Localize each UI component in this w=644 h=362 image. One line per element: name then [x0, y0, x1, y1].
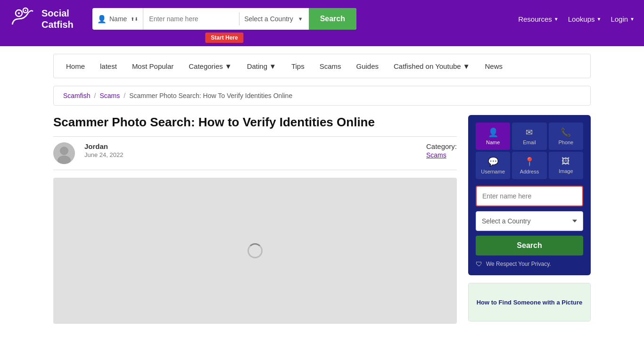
chevron-down-icon: ▼	[269, 62, 276, 70]
header-spacer	[0, 38, 644, 46]
chevron-down-icon: ▼	[225, 62, 232, 70]
subnav-home[interactable]: Home	[58, 54, 92, 78]
article-title: Scammer Photo Search: How to Verify Iden…	[53, 115, 457, 130]
category-info: Category: Scams	[426, 142, 457, 159]
logo[interactable]: Social Catfish	[9, 5, 85, 33]
resources-label: Resources	[518, 15, 552, 23]
loading-spinner	[248, 243, 263, 258]
person-icon: 👤	[97, 15, 107, 24]
logo-icon	[9, 5, 38, 33]
widget-tab-email[interactable]: ✉ Email	[512, 123, 546, 150]
search-type-label: Name	[109, 15, 127, 23]
main-wrapper: Scammer Photo Search: How to Verify Iden…	[53, 115, 591, 343]
subnav-dating[interactable]: Dating ▼	[239, 54, 284, 78]
header-country-dropdown[interactable]: Select a Country ▼	[239, 8, 307, 30]
phone-icon: 📞	[561, 127, 571, 138]
subnav-scams[interactable]: Scams	[312, 54, 349, 78]
search-type-dropdown[interactable]: 👤 Name ⬆⬇	[92, 8, 143, 30]
header-nav: Resources ▼ Lookups ▼ Login ▼	[518, 15, 635, 23]
svg-point-5	[60, 147, 68, 155]
chevron-down-icon: ▼	[298, 16, 303, 22]
svg-point-2	[18, 12, 20, 14]
header-name-input[interactable]	[143, 8, 239, 30]
tab-username-label: Username	[481, 169, 505, 174]
subnav-news[interactable]: News	[478, 54, 511, 78]
widget-name-input[interactable]	[476, 186, 583, 206]
lookups-label: Lookups	[568, 15, 595, 23]
username-icon: 💬	[488, 156, 498, 167]
chevron-down-icon: ▼	[554, 16, 559, 22]
tab-address-label: Address	[520, 169, 539, 174]
widget-tab-phone[interactable]: 📞 Phone	[549, 123, 583, 150]
sidebar-promo[interactable]: How to Find Someone with a Picture	[468, 283, 591, 321]
author-date: June 24, 2022	[84, 151, 123, 158]
chevron-down-icon: ▼	[630, 16, 635, 22]
privacy-text: We Respect Your Privacy.	[486, 261, 551, 267]
breadcrumb-sep-1: /	[94, 92, 96, 99]
email-icon: ✉	[526, 127, 533, 138]
sidebar-promo-image: How to Find Someone with a Picture	[469, 283, 590, 321]
subnav-tips[interactable]: Tips	[284, 54, 312, 78]
category-label: Category:	[426, 142, 457, 150]
tab-image-label: Image	[559, 168, 573, 174]
subnav-most-popular[interactable]: Most Popular	[124, 54, 181, 78]
search-widget-tabs: 👤 Name ✉ Email 📞 Phone 💬 Username	[476, 123, 583, 179]
chevron-down-icon: ▼	[463, 62, 470, 70]
sidebar: 👤 Name ✉ Email 📞 Phone 💬 Username	[468, 115, 591, 324]
widget-tab-name[interactable]: 👤 Name	[476, 123, 510, 150]
login-label: Login	[611, 15, 628, 23]
header-search-button[interactable]: Search	[309, 8, 356, 30]
main-header: Social Catfish 👤 Name ⬆⬇ Select a Countr…	[0, 0, 644, 38]
search-widget: 👤 Name ✉ Email 📞 Phone 💬 Username	[468, 115, 591, 275]
address-icon: 📍	[524, 156, 535, 167]
tab-name-label: Name	[486, 140, 500, 145]
svg-point-3	[25, 10, 26, 11]
widget-country-select[interactable]: Select a Country	[476, 211, 583, 231]
article-meta: Jordan June 24, 2022 Category: Scams	[53, 136, 457, 170]
widget-search-button[interactable]: Search	[476, 236, 583, 255]
image-icon: 🖼	[561, 156, 570, 166]
breadcrumb: Scamfish / Scams / Scammer Photo Search:…	[53, 86, 591, 106]
widget-tab-address[interactable]: 📍 Address	[512, 152, 546, 179]
breadcrumb-sep-2: /	[124, 92, 125, 99]
header-search-bar: 👤 Name ⬆⬇ Select a Country ▼ Search Star…	[92, 8, 356, 30]
subnav-catfished-youtube[interactable]: Catfished on Youtube ▼	[386, 54, 477, 78]
article-featured-image	[53, 178, 457, 324]
person-icon: 👤	[488, 127, 498, 138]
tab-phone-label: Phone	[558, 140, 573, 145]
widget-tab-image[interactable]: 🖼 Image	[549, 152, 583, 179]
shield-icon: 🛡	[476, 260, 482, 268]
author-avatar	[53, 142, 75, 164]
breadcrumb-current: Scammer Photo Search: How To Verify Iden…	[129, 92, 292, 99]
start-here-badge: Start Here	[205, 33, 243, 43]
breadcrumb-scams[interactable]: Scams	[99, 92, 120, 99]
resources-nav-item[interactable]: Resources ▼	[518, 15, 559, 23]
article-area: Scammer Photo Search: How to Verify Iden…	[53, 115, 457, 324]
subnav-categories[interactable]: Categories ▼	[181, 54, 239, 78]
author-name: Jordan	[84, 142, 123, 150]
widget-privacy: 🛡 We Respect Your Privacy.	[476, 260, 583, 268]
country-placeholder: Select a Country	[244, 15, 293, 23]
subnav-guides[interactable]: Guides	[349, 54, 387, 78]
author-info: Jordan June 24, 2022	[84, 142, 123, 158]
sub-nav: Home latest Most Popular Categories ▼ Da…	[53, 54, 591, 78]
lookups-nav-item[interactable]: Lookups ▼	[568, 15, 602, 23]
brand-name: Social Catfish	[41, 8, 74, 30]
chevron-down-icon: ▼	[596, 16, 601, 22]
widget-tab-username[interactable]: 💬 Username	[476, 152, 510, 179]
category-value[interactable]: Scams	[426, 151, 457, 159]
breadcrumb-scamfish[interactable]: Scamfish	[63, 92, 91, 99]
subnav-latest[interactable]: latest	[92, 54, 124, 78]
login-nav-item[interactable]: Login ▼	[611, 15, 635, 23]
tab-email-label: Email	[523, 140, 536, 145]
sidebar-promo-text: How to Find Someone with a Picture	[477, 299, 583, 306]
chevron-down-icon: ⬆⬇	[131, 16, 138, 22]
